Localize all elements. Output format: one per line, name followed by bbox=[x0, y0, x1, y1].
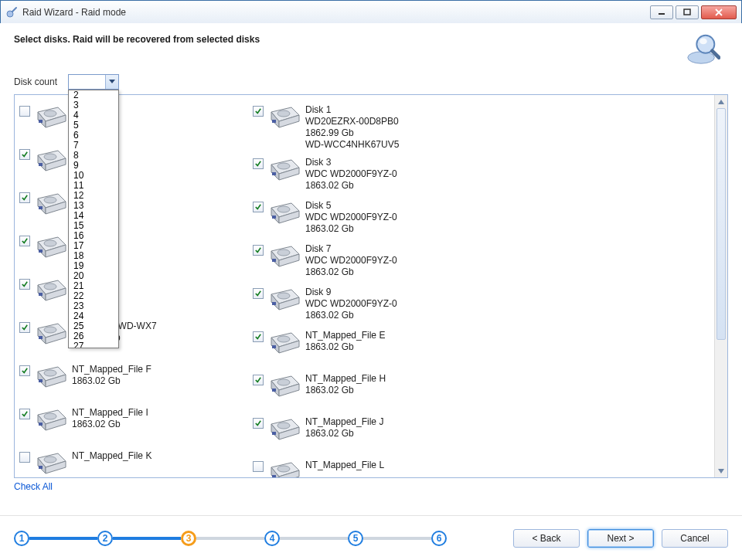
drive-icon bbox=[35, 407, 67, 433]
disk-list-frame: 40G049ED6 0F9YZ-0 0F9YZ-0 0F9YZ-0 0F9YZ-… bbox=[14, 94, 728, 478]
disk-info: Disk 1WD20EZRX-00D8PB01862.99 GbWD-WCC4N… bbox=[305, 104, 399, 151]
next-button[interactable]: Next > bbox=[587, 529, 654, 548]
disk-checkbox[interactable] bbox=[253, 158, 264, 169]
disk-item[interactable]: NT_Mapped_File J1863.02 Gb bbox=[251, 413, 485, 456]
drive-icon bbox=[35, 364, 67, 390]
disk-count-value bbox=[69, 75, 105, 89]
svg-rect-23 bbox=[39, 466, 43, 469]
titlebar: Raid Wizard - Raid mode bbox=[1, 1, 741, 24]
header: Select disks. Raid will be recovered fro… bbox=[0, 23, 742, 66]
disk-info: NT_Mapped_File J1863.02 Gb bbox=[305, 416, 383, 440]
disk-item[interactable]: 0F9YZ-0 bbox=[18, 274, 251, 317]
disk-checkbox[interactable] bbox=[253, 106, 264, 117]
drive-icon bbox=[268, 243, 301, 270]
svg-rect-15 bbox=[39, 293, 43, 296]
svg-point-36 bbox=[277, 379, 290, 385]
svg-point-6 bbox=[44, 110, 56, 117]
drive-icon bbox=[268, 104, 301, 131]
svg-rect-17 bbox=[39, 336, 43, 339]
disk-checkbox[interactable] bbox=[253, 375, 264, 385]
disk-item[interactable]: 0F9YZ-0 bbox=[18, 231, 251, 274]
disk-item[interactable]: SATA0 SN:WD-WX71862.99 Gb bbox=[18, 317, 251, 361]
minimize-button[interactable] bbox=[650, 5, 673, 19]
svg-rect-9 bbox=[39, 163, 43, 166]
disk-item[interactable]: Disk 5WDC WD2000F9YZ-01863.02 Gb bbox=[251, 197, 485, 240]
disk-item[interactable]: NT_Mapped_File K bbox=[18, 447, 251, 477]
svg-rect-27 bbox=[272, 172, 276, 175]
disk-checkbox[interactable] bbox=[19, 192, 30, 203]
disk-checkbox[interactable] bbox=[253, 331, 264, 342]
step-5: 5 bbox=[348, 531, 363, 546]
wizard-footer: 123456 < Back Next > Cancel bbox=[0, 515, 742, 560]
disk-item[interactable]: NT_Mapped_File L bbox=[251, 456, 485, 477]
disk-item[interactable]: Disk 3WDC WD2000F9YZ-01863.02 Gb bbox=[251, 154, 485, 197]
disk-count-option[interactable]: 27 bbox=[69, 341, 118, 348]
step-3: 3 bbox=[181, 531, 196, 546]
disk-checkbox[interactable] bbox=[19, 365, 30, 376]
drive-icon bbox=[268, 460, 301, 477]
svg-rect-41 bbox=[272, 475, 276, 477]
disk-info: NT_Mapped_File L bbox=[305, 460, 384, 471]
disk-info: NT_Mapped_File H1863.02 Gb bbox=[305, 373, 386, 396]
svg-point-40 bbox=[277, 466, 290, 472]
disk-checkbox[interactable] bbox=[253, 245, 264, 256]
disk-item[interactable]: Disk 9WDC WD2000F9YZ-01863.02 Gb bbox=[251, 283, 485, 327]
disk-item[interactable]: 0F9YZ-0 bbox=[18, 144, 251, 188]
svg-rect-37 bbox=[272, 389, 276, 392]
disk-checkbox[interactable] bbox=[19, 149, 30, 160]
svg-rect-21 bbox=[39, 423, 43, 426]
disk-item[interactable]: NT_Mapped_File E1863.02 Gb bbox=[251, 327, 485, 370]
window-title: Raid Wizard - Raid mode bbox=[22, 7, 650, 18]
scroll-up-icon[interactable] bbox=[715, 95, 727, 108]
disk-info: NT_Mapped_File F1863.02 Gb bbox=[72, 364, 151, 387]
disk-item[interactable]: Disk 7WDC WD2000F9YZ-01863.02 Gb bbox=[251, 240, 485, 283]
disk-checkbox[interactable] bbox=[19, 106, 30, 117]
vertical-scrollbar[interactable] bbox=[714, 95, 727, 477]
dropdown-arrow-icon[interactable] bbox=[105, 75, 118, 89]
disk-count-combo[interactable]: 2345678910111213141516171819202122232425… bbox=[68, 74, 119, 90]
drive-icon bbox=[35, 191, 67, 217]
step-6: 6 bbox=[431, 531, 447, 546]
svg-point-12 bbox=[44, 240, 56, 246]
disk-checkbox[interactable] bbox=[253, 288, 264, 299]
drive-icon bbox=[268, 200, 301, 226]
svg-point-14 bbox=[44, 283, 56, 290]
disk-checkbox[interactable] bbox=[19, 452, 30, 463]
disk-checkbox[interactable] bbox=[19, 236, 30, 246]
disk-checkbox[interactable] bbox=[19, 322, 30, 333]
cancel-button[interactable]: Cancel bbox=[662, 529, 728, 548]
disk-info: Disk 7WDC WD2000F9YZ-01863.02 Gb bbox=[305, 243, 397, 278]
maximize-button[interactable] bbox=[676, 5, 699, 19]
disk-checkbox[interactable] bbox=[19, 409, 30, 419]
disk-item[interactable]: NT_Mapped_File I1863.02 Gb bbox=[18, 404, 251, 447]
svg-point-32 bbox=[277, 293, 290, 299]
app-icon bbox=[5, 6, 18, 19]
disk-count-dropdown[interactable]: 2345678910111213141516171819202122232425… bbox=[68, 90, 119, 348]
disk-item[interactable]: Disk 1WD20EZRX-00D8PB01862.99 GbWD-WCC4N… bbox=[251, 101, 485, 154]
disk-checkbox[interactable] bbox=[253, 418, 264, 429]
svg-point-26 bbox=[277, 163, 290, 169]
svg-point-34 bbox=[277, 336, 290, 342]
check-all-link[interactable]: Check All bbox=[14, 481, 728, 492]
disk-checkbox[interactable] bbox=[19, 279, 30, 290]
disk-item[interactable]: NT_Mapped_File F1863.02 Gb bbox=[18, 361, 251, 404]
close-button[interactable] bbox=[701, 5, 737, 19]
svg-rect-35 bbox=[272, 345, 276, 348]
disk-checkbox[interactable] bbox=[253, 461, 264, 472]
step-bar bbox=[363, 537, 431, 540]
step-bar bbox=[280, 537, 348, 540]
drive-icon bbox=[268, 330, 301, 356]
svg-point-18 bbox=[44, 370, 56, 376]
disk-info: NT_Mapped_File I1863.02 Gb bbox=[72, 407, 148, 430]
disk-item[interactable]: 40G049ED6 bbox=[18, 101, 251, 144]
window-buttons bbox=[650, 5, 737, 19]
disk-item[interactable]: 0F9YZ-0 bbox=[18, 188, 251, 231]
disk-item[interactable]: NT_Mapped_File H1863.02 Gb bbox=[251, 370, 485, 413]
step-bar bbox=[113, 537, 181, 540]
back-button[interactable]: < Back bbox=[513, 529, 580, 548]
scroll-down-icon[interactable] bbox=[715, 464, 727, 477]
disk-checkbox[interactable] bbox=[253, 202, 264, 212]
svg-point-3 bbox=[688, 52, 715, 63]
scrollbar-thumb[interactable] bbox=[716, 108, 726, 340]
svg-rect-2 bbox=[684, 9, 690, 15]
